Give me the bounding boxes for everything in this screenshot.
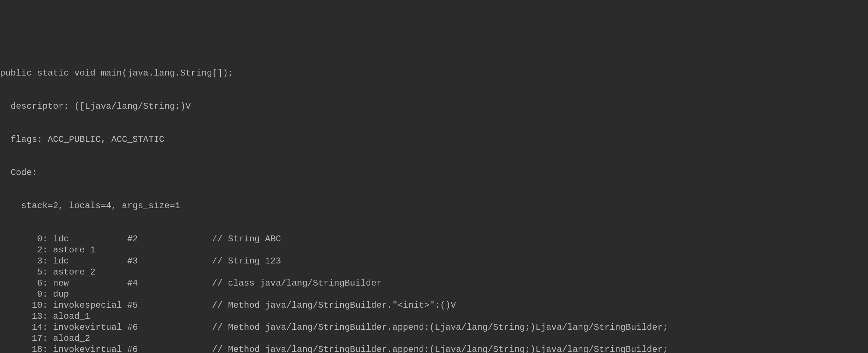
stack-info: stack=2, locals=4, args_size=1 bbox=[0, 200, 868, 212]
instruction-line: 6: new #4 // class java/lang/StringBuild… bbox=[0, 278, 868, 289]
instruction-line: 18: invokevirtual #6 // Method java/lang… bbox=[0, 344, 868, 353]
instruction-line: 14: invokevirtual #6 // Method java/lang… bbox=[0, 322, 868, 333]
instruction-line: 9: dup bbox=[0, 289, 868, 300]
instruction-list: 0: ldc #2 // String ABC 2: astore_1 3: l… bbox=[0, 234, 868, 353]
flags-line: flags: ACC_PUBLIC, ACC_STATIC bbox=[0, 134, 868, 145]
code-header: Code: bbox=[0, 167, 868, 178]
instruction-line: 10: invokespecial #5 // Method java/lang… bbox=[0, 300, 868, 311]
instruction-line: 3: ldc #3 // String 123 bbox=[0, 256, 868, 267]
instruction-line: 13: aload_1 bbox=[0, 311, 868, 322]
instruction-line: 5: astore_2 bbox=[0, 267, 868, 278]
instruction-line: 0: ldc #2 // String ABC bbox=[0, 234, 868, 245]
instruction-line: 17: aload_2 bbox=[0, 333, 868, 344]
method-signature: public static void main(java.lang.String… bbox=[0, 68, 868, 79]
descriptor-line: descriptor: ([Ljava/lang/String;)V bbox=[0, 101, 868, 112]
instruction-line: 2: astore_1 bbox=[0, 245, 868, 256]
bytecode-listing: public static void main(java.lang.String… bbox=[0, 46, 868, 353]
